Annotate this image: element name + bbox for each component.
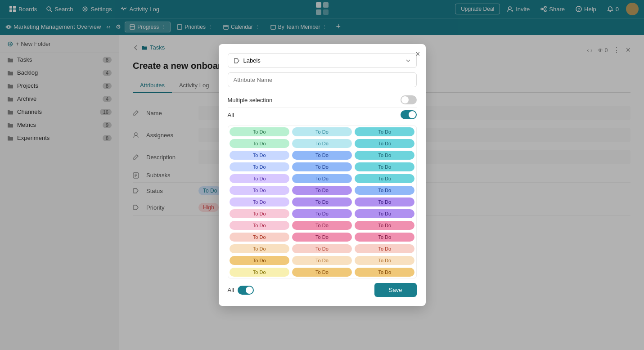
color-row: To DoTo DoTo Do (228, 208, 416, 220)
color-chip[interactable]: To Do (292, 186, 352, 195)
color-chip[interactable]: To Do (230, 127, 289, 136)
color-chip[interactable]: To Do (230, 256, 289, 265)
color-row: To DoTo DoTo Do (228, 126, 416, 138)
color-chip[interactable]: To Do (230, 221, 289, 230)
color-row: To DoTo DoTo Do (228, 243, 416, 255)
labels-modal: × Labels Multiple selection All To DoTo … (219, 44, 426, 306)
color-row: To DoTo DoTo Do (228, 161, 416, 173)
modal-footer: All Save (228, 283, 417, 297)
color-chip[interactable]: To Do (355, 221, 414, 230)
color-chip[interactable]: To Do (292, 162, 352, 171)
all-toggle[interactable] (238, 286, 254, 295)
color-chip[interactable]: To Do (292, 174, 352, 183)
color-chip[interactable]: To Do (230, 139, 289, 148)
color-chip[interactable]: To Do (230, 186, 289, 195)
color-row: To DoTo DoTo Do (228, 196, 416, 208)
color-chip[interactable]: To Do (292, 209, 352, 218)
allow-row: All (228, 108, 417, 122)
color-chip[interactable]: To Do (355, 151, 414, 160)
attribute-name-input[interactable] (228, 72, 417, 87)
color-row: To DoTo DoTo Do (228, 184, 416, 196)
color-chip[interactable]: To Do (292, 139, 352, 148)
modal-overlay[interactable]: × Labels Multiple selection All To DoTo … (0, 0, 644, 350)
color-row: To DoTo DoTo Do (228, 231, 416, 243)
color-chip[interactable]: To Do (230, 268, 289, 277)
multiple-selection-row: Multiple selection (228, 93, 417, 108)
color-chip[interactable]: To Do (230, 233, 289, 242)
color-grid: To DoTo DoTo DoTo DoTo DoTo DoTo DoTo Do… (228, 126, 417, 278)
color-chip[interactable]: To Do (355, 139, 414, 148)
color-chip[interactable]: To Do (355, 268, 414, 277)
color-chip[interactable]: To Do (292, 244, 352, 253)
save-button[interactable]: Save (374, 283, 417, 297)
color-chip[interactable]: To Do (355, 127, 414, 136)
color-chip[interactable]: To Do (355, 244, 414, 253)
multiple-selection-toggle[interactable] (401, 95, 417, 104)
color-row: To DoTo DoTo Do (228, 138, 416, 149)
color-chip[interactable]: To Do (230, 174, 289, 183)
color-chip[interactable]: To Do (230, 244, 289, 253)
color-chip[interactable]: To Do (230, 151, 289, 160)
color-chip[interactable]: To Do (355, 186, 414, 195)
labels-select[interactable]: Labels (228, 53, 417, 68)
color-row: To DoTo DoTo Do (228, 220, 416, 231)
color-chip[interactable]: To Do (292, 256, 352, 265)
color-chip[interactable]: To Do (292, 233, 352, 242)
color-chip[interactable]: To Do (355, 233, 414, 242)
color-chip[interactable]: To Do (355, 209, 414, 218)
label-dropdown-icon (234, 58, 240, 64)
chevron-down-icon (405, 58, 411, 63)
color-chip[interactable]: To Do (292, 127, 352, 136)
color-row: To DoTo DoTo Do (228, 255, 416, 266)
color-row: To DoTo DoTo Do (228, 266, 416, 278)
color-row: To DoTo DoTo Do (228, 173, 416, 184)
color-chip[interactable]: To Do (292, 268, 352, 277)
color-row: To DoTo DoTo Do (228, 149, 416, 161)
modal-close-button[interactable]: × (415, 49, 420, 59)
color-chip[interactable]: To Do (355, 174, 414, 183)
color-chip[interactable]: To Do (355, 256, 414, 265)
color-chip[interactable]: To Do (355, 162, 414, 171)
color-chip[interactable]: To Do (292, 151, 352, 160)
color-chip[interactable]: To Do (230, 197, 289, 206)
allow-toggle[interactable] (401, 110, 417, 119)
color-chip[interactable]: To Do (292, 197, 352, 206)
color-chip[interactable]: To Do (230, 209, 289, 218)
color-row: To DoTo DoTo Do (228, 278, 416, 278)
color-chip[interactable]: To Do (355, 197, 414, 206)
color-chip[interactable]: To Do (292, 221, 352, 230)
color-chip[interactable]: To Do (230, 162, 289, 171)
